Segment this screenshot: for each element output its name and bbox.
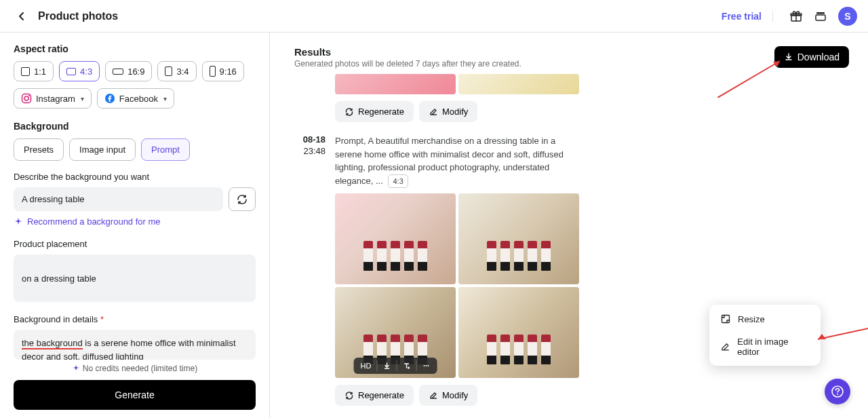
chevron-down-icon: ▾: [163, 95, 167, 102]
result-thumb[interactable]: HD: [335, 287, 456, 378]
ratio-1-1[interactable]: 1:1: [14, 61, 54, 81]
result-thumb[interactable]: [335, 193, 456, 284]
result-thumb[interactable]: [458, 74, 579, 94]
menu-edit-in-editor[interactable]: Edit in image editor: [712, 330, 818, 363]
menu-resize[interactable]: Resize: [712, 307, 818, 330]
free-trial-link[interactable]: Free trial: [722, 11, 773, 22]
instagram-dropdown[interactable]: Instagram ▾: [14, 88, 92, 109]
facebook-dropdown[interactable]: Facebook ▾: [97, 88, 174, 109]
regenerate-button[interactable]: Regenerate: [335, 101, 414, 122]
more-icon: [422, 362, 430, 370]
result-thumb[interactable]: [335, 74, 456, 94]
hd-button[interactable]: HD: [355, 360, 378, 371]
svg-rect-2: [816, 12, 825, 14]
placement-input[interactable]: [14, 254, 256, 302]
cycle-icon: [344, 391, 354, 400]
result-thumb[interactable]: [458, 287, 579, 378]
ratio-shape-icon: [165, 66, 172, 76]
shuffle-button[interactable]: [229, 187, 256, 211]
ratio-shape-icon: [113, 69, 123, 75]
svg-rect-3: [816, 15, 825, 20]
cycle-icon: [236, 193, 248, 206]
placement-label: Product placement: [14, 239, 256, 249]
download-icon: [382, 362, 391, 370]
sparkle-icon: [72, 364, 80, 373]
edit-icon: [429, 391, 438, 400]
sidebar-panel: Aspect ratio 1:1 4:3 16:9 3:4 9:16 Insta…: [0, 33, 270, 418]
svg-point-9: [423, 365, 425, 366]
edit-icon: [429, 107, 438, 117]
describe-label: Describe the background you want: [14, 172, 256, 182]
context-menu: Resize Edit in image editor: [709, 305, 821, 366]
help-icon: [831, 385, 844, 398]
tab-prompt[interactable]: Prompt: [141, 138, 190, 161]
page-title: Product photos: [38, 10, 118, 22]
sparkle-icon: [14, 217, 23, 227]
svg-point-10: [425, 365, 427, 366]
ratio-16-9[interactable]: 16:9: [105, 61, 152, 81]
download-button[interactable]: Download: [774, 46, 849, 68]
chevron-down-icon: ▾: [81, 95, 84, 102]
svg-rect-12: [722, 316, 730, 323]
tab-presets[interactable]: Presets: [14, 138, 64, 161]
svg-point-18: [837, 394, 838, 395]
aspect-ratio-label: Aspect ratio: [14, 43, 256, 54]
svg-point-11: [427, 365, 429, 366]
back-button[interactable]: [11, 5, 33, 27]
svg-point-8: [408, 367, 410, 369]
ratio-shape-icon: [66, 68, 76, 75]
svg-point-5: [24, 96, 28, 100]
modify-button[interactable]: Modify: [419, 385, 477, 406]
ratio-3-4[interactable]: 3:4: [157, 61, 196, 81]
ratio-badge: 4:3: [388, 174, 408, 189]
credits-note: No credits needed (limited time): [14, 364, 256, 373]
ratio-9-16[interactable]: 9:16: [202, 61, 244, 81]
thumb-text-button[interactable]: [397, 360, 416, 371]
ratio-shape-icon: [210, 66, 216, 77]
download-icon: [784, 52, 793, 62]
details-label: Background in details *: [14, 314, 256, 324]
details-textarea[interactable]: the background is a serene home office w…: [14, 330, 256, 360]
resize-icon: [720, 314, 731, 324]
generate-button[interactable]: Generate: [14, 380, 256, 410]
app-header: Product photos Free trial S: [0, 0, 868, 33]
generation-timestamp: 08-18 23:48: [294, 134, 326, 406]
thumb-toolbar: HD: [354, 358, 437, 374]
regenerate-button[interactable]: Regenerate: [335, 385, 414, 406]
stack-icon: [814, 10, 827, 23]
edit-icon: [720, 341, 730, 352]
avatar[interactable]: S: [838, 7, 857, 26]
gift-icon: [789, 10, 803, 23]
thumb-download-button[interactable]: [377, 360, 397, 371]
instagram-icon: [21, 93, 32, 104]
svg-point-6: [28, 95, 30, 96]
results-panel: Results Generated photos will be deleted…: [270, 33, 868, 418]
results-subtitle: Generated photos will be deleted 7 days …: [294, 59, 521, 69]
text-icon: [402, 362, 410, 370]
background-label: Background: [14, 121, 256, 132]
modify-button[interactable]: Modify: [419, 101, 477, 122]
results-title: Results: [294, 46, 521, 58]
chevron-left-icon: [16, 11, 27, 22]
tab-image-input[interactable]: Image input: [69, 138, 136, 161]
thumb-more-button[interactable]: [416, 360, 435, 371]
recommend-link[interactable]: Recommend a background for me: [14, 216, 256, 227]
cycle-icon: [344, 107, 354, 117]
gift-button[interactable]: [784, 4, 808, 28]
stack-button[interactable]: [808, 4, 833, 28]
facebook-icon: [104, 93, 115, 104]
background-prompt-input[interactable]: [14, 187, 223, 211]
ratio-shape-icon: [21, 67, 30, 76]
generation-prompt-text: Prompt, A beautiful merchandise on a dre…: [335, 134, 579, 188]
result-thumb[interactable]: [458, 193, 579, 284]
help-button[interactable]: [825, 379, 850, 404]
ratio-4-3[interactable]: 4:3: [59, 61, 100, 81]
